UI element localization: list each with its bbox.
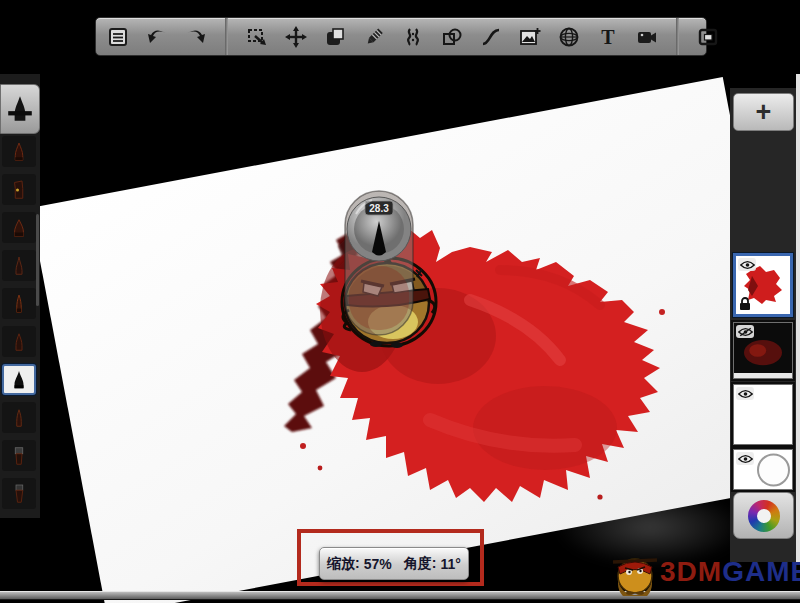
brush-item[interactable] <box>2 326 36 357</box>
brush-item[interactable] <box>2 174 36 205</box>
brush-item[interactable] <box>2 478 36 509</box>
panel-right-edge <box>796 74 800 562</box>
brush-item[interactable] <box>2 440 36 471</box>
camera-icon[interactable] <box>635 25 659 49</box>
grid-menu-icon[interactable] <box>106 25 130 49</box>
layer-4-visibility-icon[interactable] <box>736 452 754 465</box>
brush-panel <box>0 74 40 518</box>
watermark: 3DM GAME <box>610 548 800 596</box>
layer-2[interactable] <box>733 322 793 379</box>
selection-transform-icon[interactable] <box>245 25 269 49</box>
layer-3[interactable] <box>733 384 793 445</box>
layers-panel: + <box>730 88 796 562</box>
brush-item[interactable] <box>2 136 36 167</box>
svg-text:T: T <box>601 26 615 48</box>
symmetry-icon[interactable] <box>401 25 425 49</box>
toolbar-divider <box>225 18 228 55</box>
stroke-style-icon[interactable] <box>479 25 503 49</box>
move-icon[interactable] <box>284 25 308 49</box>
brush-item[interactable] <box>2 402 36 433</box>
layer-2-visibility-off-icon[interactable] <box>736 325 754 338</box>
layer-4[interactable] <box>733 449 793 490</box>
color-wheel-icon <box>748 500 780 532</box>
layer-4-circle-shape <box>757 453 790 486</box>
brush-size-value: 28.3 <box>369 203 389 214</box>
image-import-icon[interactable] <box>518 25 542 49</box>
text-tool-icon[interactable]: T <box>596 25 620 49</box>
brush-scrollbar[interactable] <box>36 214 39 306</box>
current-brush-puck[interactable] <box>0 84 40 134</box>
brush-item[interactable] <box>2 250 36 281</box>
canvas-status-tooltip: 缩放: 57% 角度: 11° <box>319 547 469 580</box>
brush-item[interactable] <box>2 212 36 243</box>
canvas-copy-icon[interactable] <box>323 25 347 49</box>
brush-item[interactable] <box>2 288 36 319</box>
add-layer-label: + <box>756 99 772 126</box>
sphere-3d-icon[interactable] <box>557 25 581 49</box>
layer-1[interactable] <box>733 253 793 317</box>
watermark-text-3dm: 3DM <box>660 556 722 588</box>
add-layer-button[interactable]: + <box>733 93 794 131</box>
brush-pencil-icon[interactable] <box>362 25 386 49</box>
main-toolbar: T <box>95 17 707 56</box>
bird-mascot-icon <box>610 548 660 596</box>
layer-1-visibility-icon[interactable] <box>738 258 756 271</box>
zoom-label: 缩放: <box>327 555 360 573</box>
layer-1-lock-icon[interactable] <box>738 296 752 312</box>
layer-3-visibility-icon[interactable] <box>736 387 754 400</box>
watermark-text-game: GAME <box>722 556 800 588</box>
brush-item-selected[interactable] <box>2 364 36 395</box>
shapes-icon[interactable] <box>440 25 464 49</box>
angle-value: 11° <box>440 556 460 572</box>
color-puck[interactable] <box>733 492 794 539</box>
app-window: 28.3 <box>0 0 800 603</box>
toolbar-divider <box>676 18 679 55</box>
angle-label: 角度: <box>404 555 437 573</box>
brush-size-hud[interactable]: 28.3 <box>342 188 416 338</box>
window-mode-icon[interactable] <box>696 25 720 49</box>
brush-size-icon <box>7 94 33 124</box>
redo-icon[interactable] <box>184 25 208 49</box>
layer-2-canvas-strip <box>734 373 792 378</box>
zoom-value: 57% <box>364 556 392 572</box>
undo-icon[interactable] <box>145 25 169 49</box>
